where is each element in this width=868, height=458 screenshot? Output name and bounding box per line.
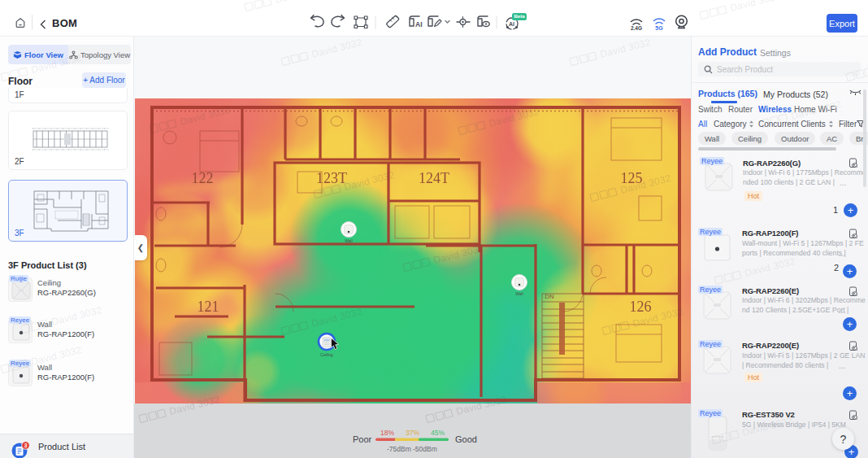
svg-text:2.4G: 2.4G: [631, 25, 642, 31]
svg-text:Poor: Poor: [353, 434, 372, 444]
svg-text:DN: DN: [545, 293, 554, 300]
svg-text:Good: Good: [455, 434, 477, 444]
svg-text:124T: 124T: [419, 170, 449, 186]
svg-text:37%: 37%: [406, 429, 419, 437]
svg-text:Wall: Wall: [345, 238, 353, 243]
svg-text:Wall: Wall: [515, 291, 523, 296]
svg-text:5G: 5G: [655, 25, 663, 31]
svg-text:45%: 45%: [431, 429, 445, 437]
svg-text:AI: AI: [509, 21, 514, 27]
svg-text:121: 121: [197, 299, 219, 315]
svg-text:125: 125: [621, 170, 643, 186]
svg-text:122: 122: [192, 170, 214, 186]
svg-text:-50dBm: -50dBm: [413, 445, 437, 453]
svg-text:-75dBm: -75dBm: [387, 445, 411, 453]
svg-text:123T: 123T: [316, 170, 347, 186]
svg-text:Ceiling: Ceiling: [320, 352, 333, 357]
svg-text:126: 126: [630, 299, 652, 315]
svg-text:18%: 18%: [380, 429, 394, 437]
svg-text:AI: AI: [415, 20, 423, 28]
svg-text:3: 3: [24, 443, 28, 448]
